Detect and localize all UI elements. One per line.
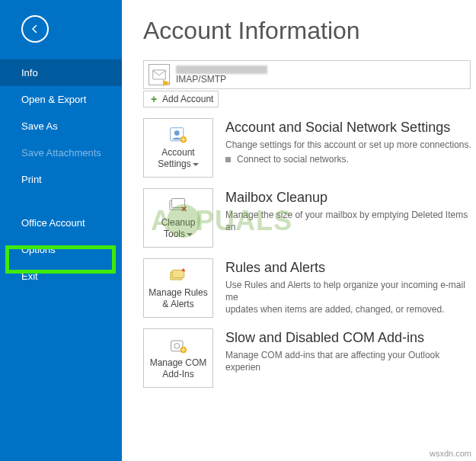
tile-line2: Settings [158, 159, 190, 169]
cleanup-icon [168, 197, 189, 215]
account-type: IMAP/SMTP [176, 74, 267, 85]
nav-save-attachments: Save Attachments [0, 139, 122, 166]
tile-line2: Add-Ins [162, 370, 193, 379]
nav-print[interactable]: Print [0, 166, 122, 193]
nav-label: Exit [21, 271, 38, 282]
bullet-icon [225, 157, 231, 162]
nav-label: Save Attachments [21, 147, 101, 158]
nav-info[interactable]: Info [0, 59, 122, 86]
nav-label: Office Account [21, 217, 85, 229]
section-desc-social: Change settings for this account or set … [225, 139, 471, 151]
section-title-social: Account and Social Network Settings [225, 120, 471, 136]
nav-open-export[interactable]: Open & Export [0, 86, 122, 113]
nav-save-as[interactable]: Save As [0, 113, 122, 139]
mail-account-icon [149, 64, 170, 85]
tile-line1: Account [161, 148, 194, 158]
tile-line1: Cleanup [161, 218, 196, 228]
rules-icon [168, 267, 189, 285]
manage-rules-tile[interactable]: Manage Rules & Alerts [143, 258, 213, 318]
svg-point-2 [174, 130, 180, 136]
nav-options[interactable]: Options [0, 236, 122, 263]
attribution-text: wsxdn.com [430, 449, 471, 458]
add-account-button[interactable]: + Add Account [143, 91, 219, 107]
social-bullet: Connect to social networks. [237, 154, 349, 165]
tile-line1: Manage Rules [149, 288, 207, 298]
nav-exit[interactable]: Exit [0, 263, 122, 290]
nav-label: Info [21, 67, 38, 78]
arrow-left-icon [28, 22, 42, 36]
account-selector[interactable]: IMAP/SMTP [143, 60, 471, 89]
svg-rect-0 [153, 70, 166, 79]
dropdown-caret-icon [193, 163, 199, 166]
section-title-rules: Rules and Alerts [225, 260, 476, 276]
tile-line2: Tools [164, 229, 185, 239]
nav-office-account[interactable]: Office Account [0, 210, 122, 236]
nav-label: Options [21, 244, 56, 255]
page-title: Account Information [143, 17, 476, 45]
section-desc-rules-1: Use Rules and Alerts to help organize yo… [225, 279, 476, 303]
manage-com-addins-tile[interactable]: Manage COM Add-Ins [143, 328, 213, 388]
section-desc-com: Manage COM add-ins that are affecting yo… [225, 349, 476, 373]
nav-label: Print [21, 174, 42, 185]
section-title-cleanup: Mailbox Cleanup [225, 190, 476, 206]
tile-line2: & Alerts [162, 299, 193, 309]
nav-label: Save As [21, 120, 58, 132]
back-button[interactable] [21, 15, 49, 43]
tile-line1: Manage COM [150, 358, 207, 368]
svg-rect-5 [171, 199, 184, 208]
main-content: Account Information IMAP/SMTP + Add Acco… [122, 0, 476, 461]
account-email-blurred [176, 66, 267, 74]
section-title-com: Slow and Disabled COM Add-ins [225, 330, 476, 346]
cleanup-tools-tile[interactable]: Cleanup Tools [143, 188, 213, 248]
account-settings-icon [168, 126, 189, 145]
section-desc-rules-2: updates when items are added, changed, o… [225, 303, 476, 315]
add-account-label: Add Account [162, 94, 213, 104]
file-sidebar: Info Open & Export Save As Save Attachme… [0, 0, 122, 461]
dropdown-caret-icon [187, 233, 193, 236]
section-desc-cleanup: Manage the size of your mailbox by empty… [225, 209, 476, 233]
plus-icon: + [149, 94, 159, 104]
nav-label: Open & Export [21, 94, 86, 105]
account-settings-tile[interactable]: Account Settings [143, 118, 213, 178]
com-addins-icon [168, 337, 189, 355]
